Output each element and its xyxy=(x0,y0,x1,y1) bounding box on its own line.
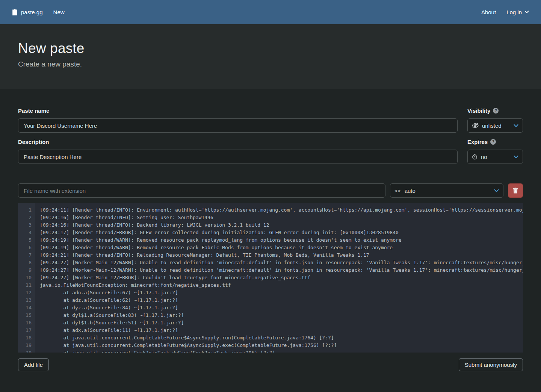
nav-about-link[interactable]: About xyxy=(481,9,496,15)
line-content: [09:24:11] [Render thread/INFO]: Environ… xyxy=(35,206,523,214)
language-value: auto xyxy=(405,188,416,194)
line-content: at java.util.concurrent.ForkJoinTask.doE… xyxy=(35,349,275,353)
line-number: 17 xyxy=(18,327,35,334)
code-line: 9[09:24:27] [Worker-Main-12/WARN]: Unabl… xyxy=(18,266,523,274)
line-content: [09:24:19] [Render thread/WARN]: Removed… xyxy=(35,244,393,251)
add-file-button[interactable]: Add file xyxy=(18,358,49,371)
line-content: [09:24:27] [Worker-Main-12/WARN]: Unable… xyxy=(35,259,523,266)
line-content: at dyl$1.b(SourceFile:51) ~[1.17.1.jar:?… xyxy=(35,319,184,327)
line-number: 9 xyxy=(18,266,35,274)
code-line: 11java.io.FileNotFoundException: minecra… xyxy=(18,282,523,289)
line-number: 11 xyxy=(18,282,35,289)
page-title: New paste xyxy=(18,41,523,56)
code-line: 1[09:24:11] [Render thread/INFO]: Enviro… xyxy=(18,206,523,214)
code-editor[interactable]: 1[09:24:11] [Render thread/INFO]: Enviro… xyxy=(18,203,523,353)
nav-login-link[interactable]: Log in xyxy=(506,9,529,15)
line-number: 2 xyxy=(18,214,35,221)
code-line: 14 at dyz.a(SourceFile:84) ~[1.17.1.jar:… xyxy=(18,304,523,312)
brand-link[interactable]: paste.gg xyxy=(12,9,43,15)
page-subtitle: Create a new paste. xyxy=(18,60,523,68)
main-content: Paste name Visibility ? unlisted xyxy=(0,89,541,371)
code-line: 16 at dyl$1.b(SourceFile:51) ~[1.17.1.ja… xyxy=(18,319,523,327)
line-content: [09:24:27] [Worker-Main-12/WARN]: Unable… xyxy=(35,266,523,274)
line-number: 20 xyxy=(18,349,35,353)
chevron-down-icon xyxy=(494,189,499,192)
submit-anonymously-button[interactable]: Submit anonymously xyxy=(459,358,523,371)
code-line: 5[09:24:19] [Render thread/WARN]: Remove… xyxy=(18,236,523,244)
code-line: 10[09:24:27] [Worker-Main-12/ERROR]: Cou… xyxy=(18,274,523,282)
file-card: <> auto 1[09:24:11] [Render thread/INFO]… xyxy=(18,183,523,353)
file-name-input[interactable] xyxy=(18,183,385,198)
line-number: 14 xyxy=(18,304,35,312)
description-input[interactable] xyxy=(18,150,458,164)
eye-slash-icon xyxy=(472,123,479,128)
line-number: 18 xyxy=(18,334,35,342)
line-number: 7 xyxy=(18,251,35,259)
code-line: 4[09:24:17] [Render thread/ERROR]: GLFW … xyxy=(18,229,523,236)
trash-icon xyxy=(513,188,518,194)
line-content: at adz.a(SourceFile:62) ~[1.17.1.jar:?] xyxy=(35,297,178,304)
line-content: java.io.FileNotFoundException: minecraft… xyxy=(35,282,231,289)
code-line: 17 at adx.a(SourceFile:11) ~[1.17.1.jar:… xyxy=(18,327,523,334)
line-content: at java.util.concurrent.CompletableFutur… xyxy=(35,334,334,342)
line-content: at adn.a(SourceFile:67) ~[1.17.1.jar:?] xyxy=(35,289,178,297)
line-number: 1 xyxy=(18,206,35,214)
code-line: 20 at java.util.concurrent.ForkJoinTask.… xyxy=(18,349,523,353)
code-icon: <> xyxy=(394,188,401,194)
language-select[interactable]: <> auto xyxy=(390,183,503,198)
line-content: [09:24:16] [Render thread/INFO]: Setting… xyxy=(35,214,213,221)
line-number: 5 xyxy=(18,236,35,244)
code-line: 6[09:24:19] [Render thread/WARN]: Remove… xyxy=(18,244,523,251)
line-content: at java.util.concurrent.CompletableFutur… xyxy=(35,342,337,349)
code-line: 12 at adn.a(SourceFile:67) ~[1.17.1.jar:… xyxy=(18,289,523,297)
code-line: 13 at adz.a(SourceFile:62) ~[1.17.1.jar:… xyxy=(18,297,523,304)
code-line: 8[09:24:27] [Worker-Main-12/WARN]: Unabl… xyxy=(18,259,523,266)
expires-select[interactable]: no xyxy=(467,150,523,164)
stopwatch-icon xyxy=(472,154,478,160)
line-number: 12 xyxy=(18,289,35,297)
line-content: at adx.a(SourceFile:11) ~[1.17.1.jar:?] xyxy=(35,327,178,334)
code-line: 3[09:24:16] [Render thread/INFO]: Backen… xyxy=(18,221,523,229)
paste-name-input[interactable] xyxy=(18,118,458,133)
clipboard-icon xyxy=(12,9,18,15)
nav-new-link[interactable]: New xyxy=(53,9,65,15)
delete-file-button[interactable] xyxy=(508,183,523,198)
line-number: 6 xyxy=(18,244,35,251)
description-label: Description xyxy=(18,139,458,145)
line-content: [09:24:17] [Render thread/ERROR]: GLFW e… xyxy=(35,229,399,236)
line-number: 13 xyxy=(18,297,35,304)
chevron-down-icon xyxy=(514,155,518,159)
nav-login-label: Log in xyxy=(506,9,522,15)
code-line: 18 at java.util.concurrent.CompletableFu… xyxy=(18,334,523,342)
navbar: paste.gg New About Log in xyxy=(0,0,541,24)
line-number: 16 xyxy=(18,319,35,327)
chevron-down-icon xyxy=(514,124,518,127)
line-number: 10 xyxy=(18,274,35,282)
visibility-select[interactable]: unlisted xyxy=(467,118,523,133)
chevron-down-icon xyxy=(524,11,529,14)
code-line: 15 at dyl$1.a(SourceFile:83) ~[1.17.1.ja… xyxy=(18,312,523,319)
line-number: 3 xyxy=(18,221,35,229)
hero-section: New paste Create a new paste. xyxy=(0,24,541,89)
line-content: [09:24:16] [Render thread/INFO]: Backend… xyxy=(35,221,269,229)
visibility-label: Visibility ? xyxy=(467,107,523,114)
expires-help-icon[interactable]: ? xyxy=(490,139,496,145)
brand-label: paste.gg xyxy=(21,9,43,15)
line-content: [09:24:21] [Render thread/INFO]: Reloadi… xyxy=(35,251,369,259)
code-line: 7[09:24:21] [Render thread/INFO]: Reload… xyxy=(18,251,523,259)
line-content: at dyz.a(SourceFile:84) ~[1.17.1.jar:?] xyxy=(35,304,178,312)
visibility-value: unlisted xyxy=(482,123,502,129)
expires-value: no xyxy=(481,154,487,160)
code-line: 19 at java.util.concurrent.CompletableFu… xyxy=(18,342,523,349)
line-content: at dyl$1.a(SourceFile:83) ~[1.17.1.jar:?… xyxy=(35,312,184,319)
line-number: 15 xyxy=(18,312,35,319)
visibility-help-icon[interactable]: ? xyxy=(493,108,499,114)
line-number: 19 xyxy=(18,342,35,349)
expires-label: Expires ? xyxy=(467,139,523,145)
line-content: [09:24:27] [Worker-Main-12/ERROR]: Could… xyxy=(35,274,310,282)
line-number: 8 xyxy=(18,259,35,266)
paste-name-label: Paste name xyxy=(18,107,458,114)
line-number: 4 xyxy=(18,229,35,236)
line-content: [09:24:19] [Render thread/WARN]: Removed… xyxy=(35,236,402,244)
code-line: 2[09:24:16] [Render thread/INFO]: Settin… xyxy=(18,214,523,221)
